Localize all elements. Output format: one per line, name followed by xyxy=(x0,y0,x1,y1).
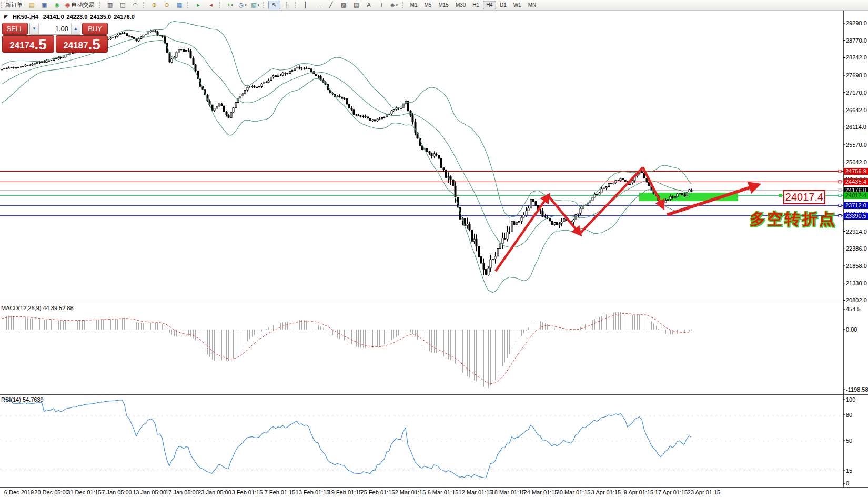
date-tick: 13 Feb 01:15 xyxy=(296,489,330,495)
price-badge-24435.4: 24435.4 xyxy=(844,178,868,185)
bid-price-main: 24174 xyxy=(9,41,34,51)
price-badge-23712.0: 23712.0 xyxy=(844,202,868,209)
arrows-icon[interactable]: ◈▾ xyxy=(388,1,400,9)
templates-icon[interactable]: ▧▾ xyxy=(249,1,261,9)
indicators-icon-dropdown[interactable]: ▾ xyxy=(231,3,234,7)
tile-windows-icon: ▦ xyxy=(177,2,182,8)
ask-price-panel[interactable]: 24187.5 xyxy=(56,35,108,53)
date-tick: 17 Jan 05:00 xyxy=(165,489,199,495)
date-tick: 3 Feb 01:15 xyxy=(232,489,263,495)
sell-button[interactable]: SELL xyxy=(2,23,28,35)
templates-icon: ▧ xyxy=(251,2,256,8)
price-tick: 27698.0 xyxy=(846,72,867,78)
ohlc-low: 24135.0 xyxy=(90,14,111,20)
rsi-tick: 100 xyxy=(846,396,855,403)
price-tick: 20802.0 xyxy=(846,297,867,303)
indicators-icon: + xyxy=(227,2,230,8)
auto-scroll-icon[interactable]: ▸ xyxy=(193,1,205,9)
market-watch-icon: ▣ xyxy=(42,2,47,8)
channel-icon: ▨ xyxy=(341,2,346,8)
candlestick-chart-icon[interactable]: ◫ xyxy=(117,1,129,9)
toolbar-grip xyxy=(187,2,190,8)
line-chart-icon[interactable]: ◠ xyxy=(129,1,142,9)
volume-increase-button[interactable]: ▲ xyxy=(71,23,80,34)
date-tick: 17 Apr 01:15 xyxy=(655,489,688,495)
date-tick: 6 Mar 01:15 xyxy=(428,489,459,495)
timeframe-m5[interactable]: M5 xyxy=(421,1,435,9)
terminal-icon[interactable]: ▤ xyxy=(26,1,38,9)
volume-control: ▼ 1.00 ▲ xyxy=(29,23,80,35)
timeframe-m30[interactable]: M30 xyxy=(452,1,469,9)
text-icon[interactable]: A xyxy=(363,1,375,9)
chart-corner-icon: ◤ xyxy=(4,14,8,19)
buy-button[interactable]: BUY xyxy=(82,23,108,35)
horizontal-line-icon[interactable]: ─ xyxy=(312,1,325,9)
price-tick: 28770.0 xyxy=(846,37,867,44)
vertical-line-icon[interactable]: │ xyxy=(300,1,312,9)
timeframe-m15[interactable]: M15 xyxy=(435,1,451,9)
timeframe-m1[interactable]: M1 xyxy=(407,1,421,9)
main-toolbar: 新订单▤▣◉◉自动交易▥◫◠⊕⊖▦▸◂+▾◷▾▧▾↖┼│─╱▨▤AT◈▾M1M5… xyxy=(0,0,868,11)
templates-icon-dropdown[interactable]: ▾ xyxy=(258,3,260,7)
bid-price-panel[interactable]: 24174.5 xyxy=(2,35,54,53)
price-tick: 25570.0 xyxy=(846,142,867,148)
rsi-tick: 80 xyxy=(846,412,852,418)
text-label-icon[interactable]: T xyxy=(376,1,388,9)
date-tick: 24 Mar 01:15 xyxy=(524,489,558,495)
toolbar-grip xyxy=(219,2,222,8)
date-tick: 23 Apr 01:15 xyxy=(688,489,720,495)
date-tick: 6 Dec 2019 xyxy=(4,489,34,495)
ask-price-main: 24187 xyxy=(63,41,88,51)
timeframe-w1[interactable]: W1 xyxy=(510,1,524,9)
tile-windows-icon[interactable]: ▦ xyxy=(174,1,186,9)
volume-decrease-button[interactable]: ▼ xyxy=(30,23,39,34)
signals-icon[interactable]: ◉ xyxy=(51,1,63,9)
timeframe-h4[interactable]: H4 xyxy=(483,1,496,9)
ask-price-big: .5 xyxy=(88,39,100,51)
rsi-tick: 0 xyxy=(846,480,849,486)
cursor-icon[interactable]: ↖ xyxy=(268,1,280,9)
arrows-icon-dropdown[interactable]: ▾ xyxy=(396,3,398,7)
ohlc-close: 24176.0 xyxy=(114,14,135,20)
timeframe-mn[interactable]: MN xyxy=(525,1,540,9)
price-level-label-box[interactable]: 24017.4 xyxy=(783,190,825,204)
auto-trading-button[interactable]: ◉自动交易 xyxy=(64,1,97,9)
zoom-in-icon[interactable]: ⊕ xyxy=(148,1,160,9)
date-tick: 18 Mar 01:15 xyxy=(491,489,526,495)
terminal-icon: ▤ xyxy=(29,2,34,8)
line-chart-icon: ◠ xyxy=(133,2,138,8)
price-tick: 28242.0 xyxy=(846,54,867,61)
macd-tick: -1198.58 xyxy=(846,386,868,393)
toolbar-grip xyxy=(402,2,405,8)
periods-icon[interactable]: ◷▾ xyxy=(237,1,249,9)
channel-icon[interactable]: ▨ xyxy=(338,1,350,9)
zoom-in-icon: ⊕ xyxy=(152,2,157,8)
bar-chart-icon[interactable]: ▥ xyxy=(104,1,116,9)
crosshair-icon[interactable]: ┼ xyxy=(281,1,293,9)
toolbar-grip xyxy=(99,2,102,8)
chart-shift-icon[interactable]: ◂ xyxy=(205,1,217,9)
zoom-out-icon[interactable]: ⊖ xyxy=(161,1,173,9)
signals-icon: ◉ xyxy=(55,2,60,8)
date-tick: 7 Feb 01:15 xyxy=(265,489,296,495)
indicators-icon[interactable]: +▾ xyxy=(224,1,236,9)
date-tick: 12 Mar 01:15 xyxy=(459,489,493,495)
fibonacci-icon[interactable]: ▤ xyxy=(350,1,362,9)
timeframe-h1[interactable]: H1 xyxy=(469,1,482,9)
trendline-icon[interactable]: ╱ xyxy=(325,1,337,9)
chart-canvas[interactable] xyxy=(0,0,868,497)
periods-icon-dropdown[interactable]: ▾ xyxy=(245,3,247,7)
horizontal-line-icon: ─ xyxy=(316,2,320,8)
auto-trading-button: ◉ xyxy=(65,2,70,8)
volume-input[interactable]: 1.00 xyxy=(39,23,71,34)
rsi-indicator-label: RSI(14) 54.7639 xyxy=(1,396,44,403)
price-badge-24756.9: 24756.9 xyxy=(844,168,868,175)
bull-bear-turning-point-note[interactable]: 多空转折点 xyxy=(750,208,836,230)
date-tick: 19 Feb 01:15 xyxy=(328,489,362,495)
date-tick: 7 Jan 05:00 xyxy=(102,489,132,495)
price-tick: 22386.0 xyxy=(846,245,867,252)
timeframe-d1[interactable]: D1 xyxy=(497,1,510,9)
market-watch-icon[interactable]: ▣ xyxy=(38,1,51,9)
new-order-button[interactable]: 新订单 xyxy=(3,1,25,9)
symbol-period-label: HK50-,H4 xyxy=(13,14,38,20)
